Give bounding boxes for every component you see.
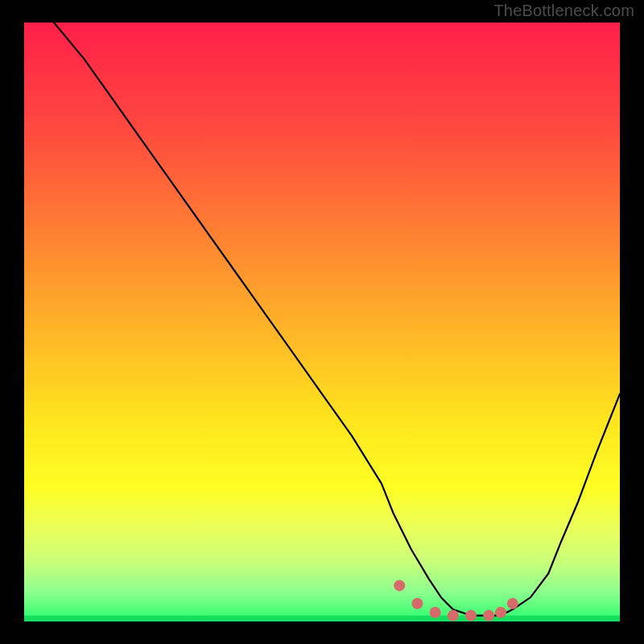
- highlight-dot: [507, 598, 518, 609]
- highlight-dot: [495, 607, 506, 618]
- chart-svg: [24, 23, 620, 621]
- optimal-green-band: [24, 616, 620, 621]
- highlight-dot: [465, 610, 477, 621]
- chart-plot-area: [24, 23, 620, 621]
- highlight-dot: [483, 610, 494, 621]
- highlight-dot: [411, 598, 423, 609]
- watermark-text: TheBottleneck.com: [493, 2, 634, 20]
- bottleneck-curve: [54, 23, 620, 616]
- highlight-dot: [430, 607, 441, 618]
- chart-container: TheBottleneck.com: [0, 0, 644, 644]
- highlight-dot: [394, 580, 405, 591]
- highlight-dot: [448, 610, 459, 621]
- optimal-range-dots: [394, 580, 518, 621]
